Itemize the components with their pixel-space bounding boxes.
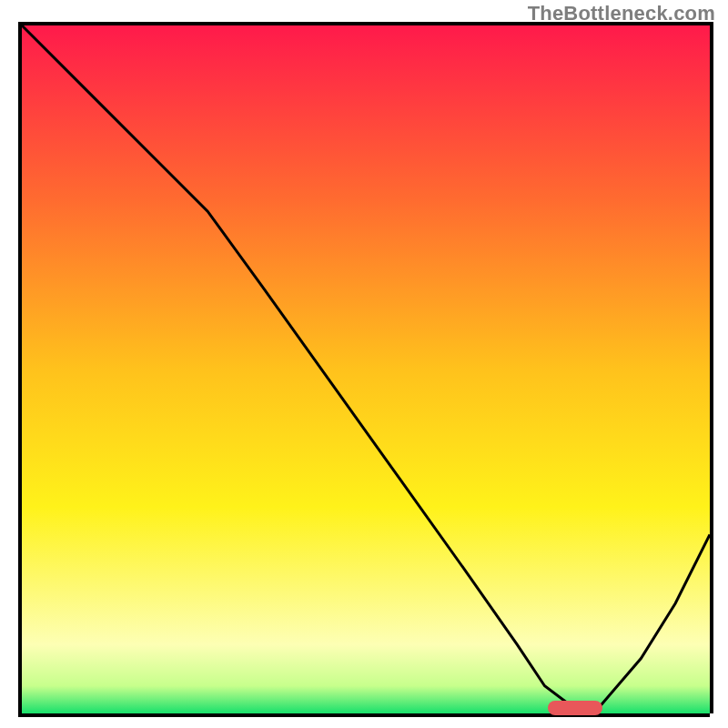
chart-frame — [18, 25, 710, 717]
bottleneck-chart — [22, 25, 710, 713]
optimal-range-marker — [548, 701, 603, 715]
frame-right — [710, 25, 713, 713]
